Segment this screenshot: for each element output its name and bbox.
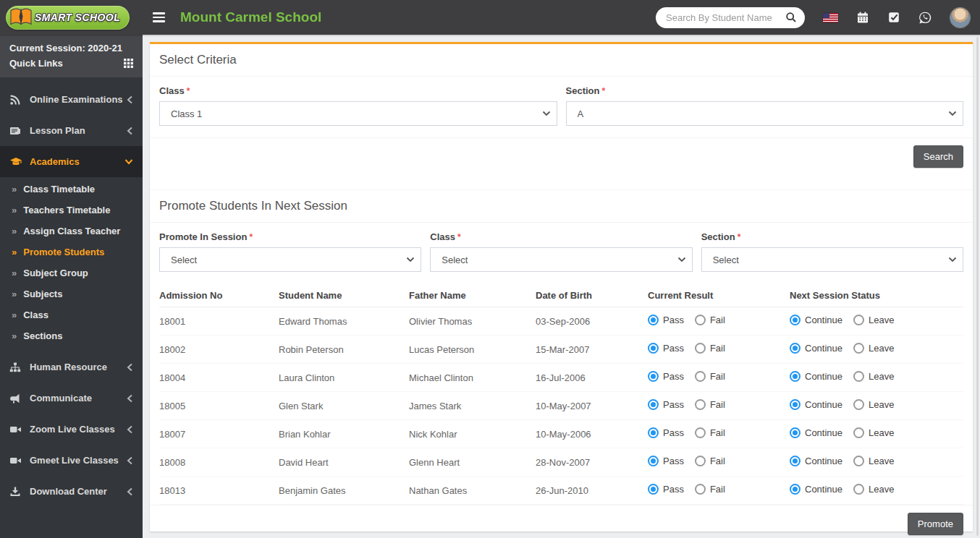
quick-links-label[interactable]: Quick Links <box>9 56 63 71</box>
hamburger-menu-icon[interactable] <box>153 12 165 22</box>
section-select[interactable]: A <box>566 101 964 126</box>
next-session-status-option-leave[interactable]: Leave <box>853 427 894 438</box>
current-result-option-pass[interactable]: Pass <box>648 427 684 438</box>
sidebar-item-download-center[interactable]: Download Center <box>0 476 143 507</box>
radio-selected-icon[interactable] <box>648 427 659 438</box>
next-session-status-option-continue[interactable]: Continue <box>790 484 842 495</box>
current-result-option-pass[interactable]: Pass <box>648 399 684 410</box>
search-input[interactable] <box>666 12 785 23</box>
radio-unselected-icon[interactable] <box>853 371 864 382</box>
sidebar-item-label: Online Examinations <box>30 94 127 105</box>
radio-unselected-icon[interactable] <box>695 315 706 325</box>
radio-unselected-icon[interactable] <box>695 371 706 382</box>
sidebar-item-communicate[interactable]: Communicate <box>0 383 143 414</box>
radio-unselected-icon[interactable] <box>853 456 864 466</box>
class-select[interactable]: Class 1 <box>159 101 557 126</box>
double-angle-right-icon: » <box>12 330 17 341</box>
sidebar-subitem-promote-students[interactable]: »Promote Students <box>0 242 143 262</box>
avatar[interactable] <box>950 8 970 27</box>
language-flag-icon[interactable] <box>823 13 838 22</box>
radio-unselected-icon[interactable] <box>695 484 706 495</box>
sidebar-item-online-examinations[interactable]: Online Examinations <box>0 84 143 115</box>
quick-links[interactable]: Quick Links <box>9 56 133 71</box>
promote-button[interactable]: Promote <box>908 513 963 535</box>
radio-selected-icon[interactable] <box>648 343 659 354</box>
sidebar-item-label: Lesson Plan <box>30 125 127 136</box>
radio-selected-icon[interactable] <box>790 427 801 438</box>
next-session-status-option-leave[interactable]: Leave <box>853 343 894 354</box>
next-session-status-option-leave[interactable]: Leave <box>853 456 894 466</box>
radio-selected-icon[interactable] <box>648 315 659 325</box>
radio-selected-icon[interactable] <box>648 456 659 466</box>
radio-selected-icon[interactable] <box>648 399 659 410</box>
student-search[interactable] <box>656 7 805 28</box>
next-session-status-option-leave[interactable]: Leave <box>853 484 894 495</box>
current-result-option-fail[interactable]: Fail <box>695 456 725 466</box>
next-session-status-option-continue[interactable]: Continue <box>790 456 842 466</box>
radio-selected-icon[interactable] <box>790 399 801 410</box>
sidebar-subitem-class[interactable]: »Class <box>0 304 143 325</box>
sidebar-subitem-subject-group[interactable]: »Subject Group <box>0 262 143 283</box>
scrollbar[interactable] <box>976 37 979 536</box>
promote-session-select[interactable]: Select <box>159 247 421 272</box>
radio-selected-icon[interactable] <box>790 456 801 466</box>
radio-selected-icon[interactable] <box>790 371 801 382</box>
search-icon[interactable] <box>785 12 797 23</box>
next-session-status-option-leave[interactable]: Leave <box>853 371 894 382</box>
radio-unselected-icon[interactable] <box>853 484 864 495</box>
radio-selected-icon[interactable] <box>790 343 801 354</box>
radio-unselected-icon[interactable] <box>853 427 864 438</box>
date-of-birth-cell: 10-May-2006 <box>536 420 648 448</box>
current-result-option-fail[interactable]: Fail <box>695 484 725 495</box>
current-result-option-fail[interactable]: Fail <box>695 315 725 325</box>
next-session-status-option-continue[interactable]: Continue <box>790 371 842 382</box>
radio-selected-icon[interactable] <box>648 484 659 495</box>
current-result-option-pass[interactable]: Pass <box>648 371 684 382</box>
sidebar-item-zoom-live-classes[interactable]: Zoom Live Classes <box>0 414 143 445</box>
radio-unselected-icon[interactable] <box>853 399 864 410</box>
current-result-option-pass[interactable]: Pass <box>648 315 684 325</box>
current-result-option-pass[interactable]: Pass <box>648 484 684 495</box>
current-result-option-fail[interactable]: Fail <box>695 343 725 354</box>
option-label: Continue <box>805 371 842 382</box>
radio-unselected-icon[interactable] <box>853 315 864 325</box>
radio-selected-icon[interactable] <box>790 315 801 325</box>
option-label: Fail <box>710 456 725 466</box>
logo[interactable]: SMART SCHOOL <box>0 0 143 35</box>
sidebar-subitem-sections[interactable]: »Sections <box>0 325 143 346</box>
tasks-icon[interactable] <box>887 11 900 24</box>
whatsapp-icon[interactable] <box>918 11 932 25</box>
next-session-status-option-continue[interactable]: Continue <box>790 343 842 354</box>
search-button[interactable]: Search <box>913 145 963 168</box>
radio-unselected-icon[interactable] <box>695 399 706 410</box>
next-session-status-option-leave[interactable]: Leave <box>853 315 894 325</box>
sidebar-subitem-teachers-timetable[interactable]: »Teachers Timetable <box>0 200 143 221</box>
radio-unselected-icon[interactable] <box>853 343 864 354</box>
sidebar-item-lesson-plan[interactable]: Lesson Plan <box>0 115 143 146</box>
radio-unselected-icon[interactable] <box>695 427 706 438</box>
sidebar-subitem-subjects[interactable]: »Subjects <box>0 283 143 304</box>
calendar-icon[interactable] <box>856 11 869 24</box>
promote-section-select[interactable]: Select <box>701 247 963 272</box>
quick-links-grid-icon[interactable] <box>124 59 133 68</box>
current-result-option-pass[interactable]: Pass <box>648 456 684 466</box>
current-result-option-fail[interactable]: Fail <box>695 399 725 410</box>
next-session-status-option-leave[interactable]: Leave <box>853 399 894 410</box>
next-session-status-option-continue[interactable]: Continue <box>790 399 842 410</box>
next-session-status-option-continue[interactable]: Continue <box>790 315 842 325</box>
promote-class-select[interactable]: Select <box>430 247 692 272</box>
sidebar-subitem-assign-class-teacher[interactable]: »Assign Class Teacher <box>0 221 143 242</box>
radio-selected-icon[interactable] <box>790 484 801 495</box>
sidebar-item-human-resource[interactable]: Human Resource <box>0 351 143 383</box>
sidebar-subitem-class-timetable[interactable]: »Class Timetable <box>0 179 143 200</box>
radio-selected-icon[interactable] <box>648 371 659 382</box>
radio-unselected-icon[interactable] <box>695 343 706 354</box>
radio-unselected-icon[interactable] <box>695 456 706 466</box>
current-result-option-fail[interactable]: Fail <box>695 371 725 382</box>
sidebar-item-academics[interactable]: Academics <box>0 146 143 177</box>
option-label: Continue <box>805 399 842 410</box>
current-result-option-pass[interactable]: Pass <box>648 343 684 354</box>
sidebar-item-gmeet-live-classes[interactable]: Gmeet Live Classes <box>0 445 143 476</box>
current-result-option-fail[interactable]: Fail <box>695 427 725 438</box>
next-session-status-option-continue[interactable]: Continue <box>790 427 842 438</box>
